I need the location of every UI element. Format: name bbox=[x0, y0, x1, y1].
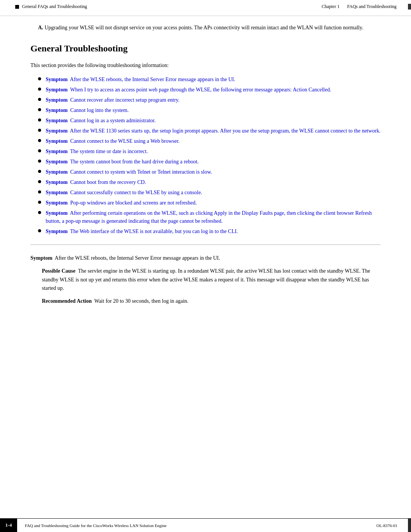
bullet-dot bbox=[38, 190, 41, 193]
section-intro: This section provides the following trou… bbox=[30, 61, 381, 70]
list-item-content: Symptom Cannot connect to system with Te… bbox=[46, 168, 212, 176]
intro-paragraph: A. Upgrading your WLSE will not disrupt … bbox=[30, 24, 381, 32]
header-chapter-label: Chapter 1 bbox=[322, 4, 339, 10]
bullet-dot bbox=[38, 180, 41, 183]
section-divider bbox=[30, 244, 381, 245]
list-item: Symptom Pop-up windows are blocked and s… bbox=[38, 199, 381, 207]
bullet-dot bbox=[38, 139, 41, 142]
list-item: Symptom The Web interface of the WLSE is… bbox=[38, 227, 381, 235]
header-section-label: General FAQs and Troubleshooting bbox=[22, 4, 87, 10]
list-item: Symptom Cannot connect to the WLSE using… bbox=[38, 137, 381, 145]
symptom-link-2[interactable]: Symptom When I try to access an access p… bbox=[46, 87, 331, 93]
list-item: Symptom After the WLSE reboots, the Inte… bbox=[38, 75, 381, 83]
bullet-dot bbox=[38, 211, 41, 214]
list-item-content: Symptom When I try to access an access p… bbox=[46, 86, 331, 94]
bullet-dot bbox=[38, 77, 41, 80]
detail-action-text: Wait for 20 to 30 seconds, then log in a… bbox=[94, 298, 188, 304]
detail-cause-text: The servlet engine in the WLSE is starti… bbox=[42, 268, 370, 291]
footer-left: 1-4 bbox=[0, 518, 17, 532]
list-item-content: Symptom Cannot connect to the WLSE using… bbox=[46, 137, 180, 145]
list-item-content: Symptom Pop-up windows are blocked and s… bbox=[46, 199, 197, 207]
list-item-content: Symptom Cannot log in as a system admini… bbox=[46, 117, 156, 125]
symptom-link-9[interactable]: Symptom The system cannot boot from the … bbox=[46, 159, 199, 165]
bullet-dot bbox=[38, 201, 41, 204]
footer-right-bar bbox=[408, 519, 411, 532]
symptom-link-6[interactable]: Symptom After the WLSE 1130 series start… bbox=[46, 128, 381, 134]
list-item: Symptom After the WLSE 1130 series start… bbox=[38, 127, 381, 135]
page-container: General FAQs and Troubleshooting Chapter… bbox=[0, 0, 411, 532]
detail-recommended-action-para: Recommended Action Wait for 20 to 30 sec… bbox=[30, 297, 381, 305]
bullet-dot bbox=[38, 118, 41, 121]
list-item-content: Symptom The system time or date is incor… bbox=[46, 147, 148, 155]
symptom-link-3[interactable]: Symptom Cannot recover after incorrect s… bbox=[46, 97, 180, 103]
symptom-link-10[interactable]: Symptom Cannot connect to system with Te… bbox=[46, 169, 212, 175]
footer-page-number: 1-4 bbox=[0, 518, 17, 532]
list-item-content: Symptom Cannot log into the system. bbox=[46, 106, 129, 114]
list-item: Symptom Cannot connect to system with Te… bbox=[38, 168, 381, 176]
bullet-dot bbox=[38, 108, 41, 111]
intro-label: A. bbox=[38, 25, 43, 30]
bullet-dot bbox=[38, 98, 41, 101]
bullet-dot bbox=[38, 170, 41, 173]
intro-text: Upgrading your WLSE will not disrupt ser… bbox=[45, 25, 363, 30]
symptom-link-5[interactable]: Symptom Cannot log in as a system admini… bbox=[46, 118, 156, 123]
symptom-link-13[interactable]: Symptom Pop-up windows are blocked and s… bbox=[46, 200, 197, 206]
list-item-content: Symptom The system cannot boot from the … bbox=[46, 158, 199, 166]
bullet-dot bbox=[38, 229, 41, 232]
symptom-link-14[interactable]: Symptom After performing certain operati… bbox=[46, 210, 372, 224]
symptom-link-11[interactable]: Symptom Cannot boot from the recovery CD… bbox=[46, 179, 146, 185]
header-left: General FAQs and Troubleshooting bbox=[0, 0, 310, 13]
detail-section: Symptom After the WLSE reboots, the Inte… bbox=[30, 254, 381, 306]
detail-symptom-label: Symptom bbox=[30, 255, 53, 261]
symptom-link-4[interactable]: Symptom Cannot log into the system. bbox=[46, 107, 129, 113]
list-item: Symptom Cannot log in as a system admini… bbox=[38, 117, 381, 125]
symptom-list: Symptom After the WLSE reboots, the Inte… bbox=[38, 75, 381, 235]
detail-symptom-text: After the WLSE reboots, the Internal Ser… bbox=[55, 255, 220, 261]
bullet-dot bbox=[38, 88, 41, 91]
list-item: Symptom When I try to access an access p… bbox=[38, 86, 381, 94]
symptom-link-8[interactable]: Symptom The system time or date is incor… bbox=[46, 149, 148, 154]
header-faq-label: FAQs and Troubleshooting bbox=[347, 4, 397, 10]
symptom-link-7[interactable]: Symptom Cannot connect to the WLSE using… bbox=[46, 138, 180, 144]
list-item: Symptom Cannot recover after incorrect s… bbox=[38, 96, 381, 104]
footer-guide-title: FAQ and Troubleshooting Guide for the Ci… bbox=[25, 523, 166, 528]
list-item: Symptom After performing certain operati… bbox=[38, 209, 381, 225]
detail-possible-cause-para: Possible Cause The servlet engine in the… bbox=[30, 267, 381, 292]
page-footer: 1-4 FAQ and Troubleshooting Guide for th… bbox=[0, 518, 411, 532]
footer-center: FAQ and Troubleshooting Guide for the Ci… bbox=[17, 518, 376, 532]
list-item: Symptom Cannot successfully connect to t… bbox=[38, 189, 381, 197]
list-item: Symptom Cannot log into the system. bbox=[38, 106, 381, 114]
list-item-content: Symptom After the WLSE 1130 series start… bbox=[46, 127, 381, 135]
list-item-content: Symptom Cannot boot from the recovery CD… bbox=[46, 178, 146, 186]
list-item-content: Symptom After the WLSE reboots, the Inte… bbox=[46, 75, 235, 83]
bullet-dot bbox=[38, 149, 41, 152]
page-header: General FAQs and Troubleshooting Chapter… bbox=[0, 0, 411, 16]
section-heading: General Troubleshooting bbox=[30, 43, 381, 54]
symptom-link-15[interactable]: Symptom The Web interface of the WLSE is… bbox=[46, 228, 238, 234]
bullet-dot bbox=[38, 129, 41, 132]
header-right-bar bbox=[408, 4, 411, 10]
symptom-link-1[interactable]: Symptom After the WLSE reboots, the Inte… bbox=[46, 77, 235, 82]
list-item: Symptom The system cannot boot from the … bbox=[38, 158, 381, 166]
footer-ol-number: OL-8376-01 bbox=[376, 523, 403, 528]
bullet-dot bbox=[38, 160, 41, 163]
header-right: Chapter 1 FAQs and Troubleshooting bbox=[310, 0, 411, 13]
header-square-icon bbox=[15, 5, 19, 9]
list-item-content: Symptom Cannot recover after incorrect s… bbox=[46, 96, 180, 104]
detail-symptom-para: Symptom After the WLSE reboots, the Inte… bbox=[30, 254, 381, 262]
detail-action-label: Recommended Action bbox=[42, 298, 92, 304]
detail-cause-label: Possible Cause bbox=[42, 268, 75, 274]
symptom-link-12[interactable]: Symptom Cannot successfully connect to t… bbox=[46, 190, 202, 195]
main-content: A. Upgrading your WLSE will not disrupt … bbox=[0, 16, 411, 321]
list-item-content: Symptom After performing certain operati… bbox=[46, 209, 381, 225]
list-item: Symptom Cannot boot from the recovery CD… bbox=[38, 178, 381, 186]
list-item: Symptom The system time or date is incor… bbox=[38, 147, 381, 155]
list-item-content: Symptom Cannot successfully connect to t… bbox=[46, 189, 202, 197]
footer-right: OL-8376-01 bbox=[376, 518, 411, 532]
list-item-content: Symptom The Web interface of the WLSE is… bbox=[46, 227, 238, 235]
